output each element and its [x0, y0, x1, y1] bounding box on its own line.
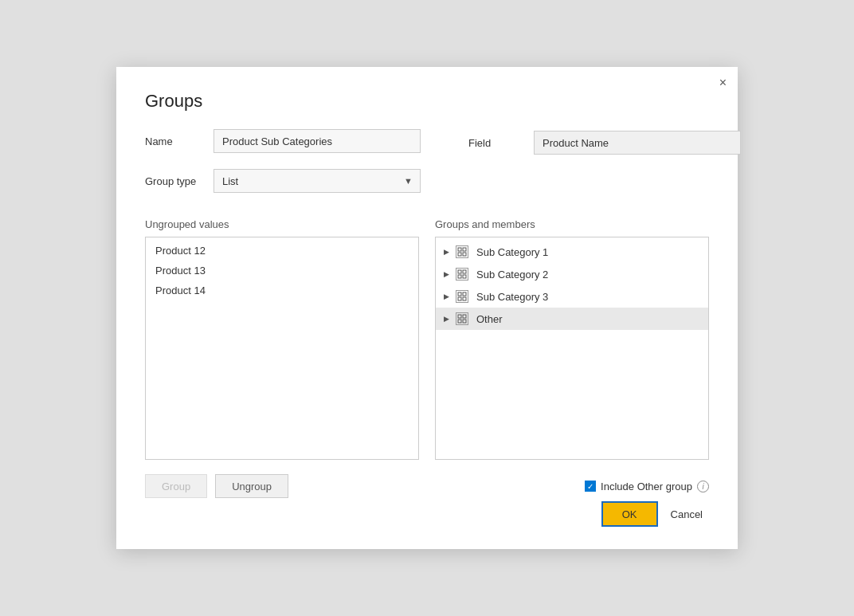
groups-list[interactable]: ▶ Sub Category 1 ▶ — [435, 237, 709, 460]
ungrouped-list[interactable]: Product 12 Product 13 Product 14 — [145, 237, 419, 460]
right-area: ✓ Include Other group i — [585, 481, 709, 492]
expand-icon: ▶ — [444, 270, 449, 278]
list-item[interactable]: Product 13 — [146, 261, 418, 281]
field-label: Field — [468, 137, 524, 149]
group-type-label: Group type — [145, 175, 201, 187]
groups-dialog: × Groups Name Group type List Bin ▼ Fiel… — [116, 67, 738, 549]
list-item[interactable]: Product 12 — [146, 241, 418, 261]
ok-button[interactable]: OK — [601, 501, 658, 527]
svg-rect-10 — [458, 297, 461, 300]
name-input[interactable] — [214, 129, 421, 153]
group-item[interactable]: ▶ Sub Category 3 — [436, 285, 708, 308]
name-row: Name — [145, 129, 421, 153]
group-item-label: Sub Category 1 — [476, 246, 548, 258]
svg-rect-2 — [458, 253, 461, 256]
svg-rect-13 — [463, 315, 466, 318]
svg-rect-1 — [463, 248, 466, 251]
expand-icon: ▶ — [444, 248, 449, 256]
svg-rect-11 — [463, 297, 466, 300]
group-item[interactable]: ▶ Sub Category 2 — [436, 263, 708, 285]
close-button[interactable]: × — [719, 77, 727, 89]
svg-rect-12 — [458, 315, 461, 318]
group-type-select[interactable]: List Bin — [214, 169, 421, 193]
dialog-footer: OK Cancel — [145, 501, 709, 527]
group-item-label: Sub Category 3 — [476, 291, 548, 303]
panels-row: Ungrouped values Product 12 Product 13 P… — [145, 218, 709, 460]
group-item-label: Sub Category 2 — [476, 269, 548, 281]
svg-rect-4 — [458, 270, 461, 273]
ungrouped-panel: Ungrouped values Product 12 Product 13 P… — [145, 218, 419, 460]
groups-panel: Groups and members ▶ Sub Category 1 — [435, 218, 709, 460]
group-type-row: Group type List Bin ▼ — [145, 169, 421, 193]
svg-rect-6 — [458, 275, 461, 278]
grid-icon — [456, 312, 468, 325]
dialog-title: Groups — [145, 91, 709, 112]
info-icon[interactable]: i — [697, 481, 709, 492]
group-item-other[interactable]: ▶ Other — [436, 308, 708, 330]
svg-rect-7 — [463, 275, 466, 278]
svg-rect-8 — [458, 292, 461, 296]
name-label: Name — [145, 135, 201, 147]
svg-rect-0 — [458, 248, 461, 251]
svg-rect-3 — [463, 253, 466, 256]
ungrouped-title: Ungrouped values — [145, 218, 419, 230]
group-item[interactable]: ▶ Sub Category 1 — [436, 241, 708, 263]
top-form: Name Group type List Bin ▼ Field — [145, 129, 709, 201]
grid-icon — [456, 268, 468, 281]
grid-icon — [456, 290, 468, 303]
svg-rect-15 — [463, 320, 466, 323]
list-item[interactable]: Product 14 — [146, 281, 418, 300]
checkbox-icon[interactable]: ✓ — [585, 481, 596, 492]
ungroup-button[interactable]: Ungroup — [215, 474, 288, 498]
right-form-fields: Field — [468, 131, 741, 155]
left-form-fields: Name Group type List Bin ▼ — [145, 129, 421, 201]
svg-rect-9 — [463, 292, 466, 296]
group-type-select-wrapper: List Bin ▼ — [214, 169, 421, 193]
svg-rect-5 — [463, 270, 466, 273]
group-button[interactable]: Group — [145, 474, 207, 498]
include-other-label: Include Other group — [601, 481, 692, 492]
field-input — [534, 131, 741, 155]
expand-icon: ▶ — [444, 292, 449, 300]
cancel-button[interactable]: Cancel — [664, 504, 709, 524]
svg-rect-14 — [458, 320, 461, 323]
group-item-label: Other — [476, 313, 503, 325]
buttons-row: Group Ungroup ✓ Include Other group i — [145, 474, 709, 498]
grid-icon — [456, 245, 468, 258]
expand-icon: ▶ — [444, 315, 449, 323]
groups-title: Groups and members — [435, 218, 709, 230]
left-buttons: Group Ungroup — [145, 474, 288, 498]
include-other-checkbox-row: ✓ Include Other group i — [585, 481, 709, 492]
